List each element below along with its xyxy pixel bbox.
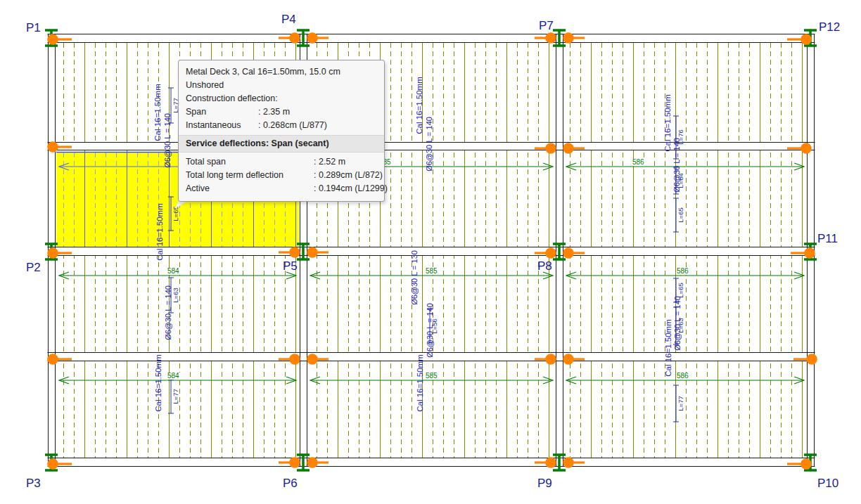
tooltip-row: Total span : 2.52 m [179,155,384,169]
panel-tooltip: Metal Deck 3, Cal 16=1.50mm, 15.0 cm Uns… [178,60,385,202]
tooltip-row-label: Active [186,182,314,195]
tooltip-row: Total long term deflection : 0.289cm (L/… [179,169,384,182]
tooltip-row-label: Total span [186,155,314,169]
tooltip-row-value: : 0.194cm (L/1299) [314,182,388,195]
tooltip-row-label: Total long term deflection [186,169,314,182]
plan-drawing [0,0,861,504]
tooltip-row: Active : 0.194cm (L/1299) [179,182,384,195]
tooltip-row-value: : 2.35 m [258,105,290,119]
tooltip-row: Instantaneous : 0.268cm (L/877) [179,119,384,132]
tooltip-row-value: : 2.52 m [314,155,345,169]
tooltip-service-header: Service deflections: Span (secant) [179,135,384,153]
tooltip-row-value: : 0.289cm (L/872) [314,169,383,182]
tooltip-row-label: Instantaneous [186,119,258,132]
tooltip-row-value: : 0.268cm (L/877) [258,119,327,132]
tooltip-subtitle: Unshored [179,79,384,92]
tooltip-row-label: Span [186,105,258,119]
tooltip-title: Metal Deck 3, Cal 16=1.50mm, 15.0 cm [179,65,384,79]
tooltip-row: Span : 2.35 m [179,105,384,119]
floor-plan-canvas: P1 P4 P7 P12 P2 P5 P8 P11 P3 P6 P9 P10 5… [0,0,861,504]
tooltip-construction-header: Construction deflection: [179,92,384,105]
